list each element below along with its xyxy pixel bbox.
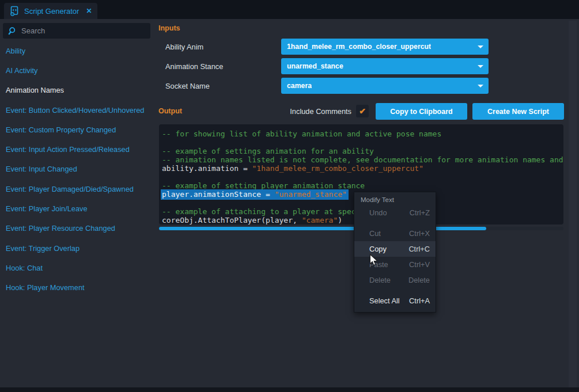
sidebar-item[interactable]: Event: Input Action Pressed/Released bbox=[0, 139, 154, 159]
sidebar-item[interactable]: Hook: Player Movement bbox=[0, 278, 154, 298]
copy-to-clipboard-button[interactable]: Copy to Clipboard bbox=[376, 103, 467, 120]
sidebar-item[interactable]: Ability bbox=[0, 41, 154, 60]
sidebar-item[interactable]: Event: Trigger Overlap bbox=[0, 238, 154, 258]
mouse-cursor bbox=[369, 254, 379, 269]
ability-anim-value: 1hand_melee_rm_combo_closer_uppercut bbox=[287, 43, 431, 51]
code-line: -- example of settings animation for an … bbox=[162, 147, 563, 155]
code-line: ability.animation = "1hand_melee_rm_comb… bbox=[162, 164, 563, 173]
menu-item-shortcut: Delete bbox=[408, 276, 430, 284]
sidebar-item[interactable]: Event: Player Resource Changed bbox=[0, 219, 154, 238]
output-header: Output bbox=[158, 107, 182, 115]
sidebar-item[interactable]: Hook: Chat bbox=[0, 258, 154, 277]
bottom-bar bbox=[0, 387, 579, 392]
search-box[interactable] bbox=[3, 23, 150, 39]
code-line bbox=[162, 138, 563, 147]
context-menu-item-cut: CutCtrl+X bbox=[354, 226, 436, 241]
include-comments-checkbox[interactable]: ✔ bbox=[356, 105, 369, 117]
text-selection: player.animationStance = "unarmed_stance… bbox=[161, 189, 349, 200]
context-menu-title: Modify Text bbox=[354, 195, 436, 205]
menu-item-label: Undo bbox=[369, 208, 387, 217]
menu-item-label: Cut bbox=[369, 229, 381, 238]
code-line: -- example of setting player animation s… bbox=[162, 181, 563, 190]
tab-close-icon[interactable]: ✕ bbox=[86, 7, 92, 15]
check-icon: ✔ bbox=[359, 106, 366, 116]
socket-name-label: Socket Name bbox=[165, 78, 210, 94]
chevron-down-icon bbox=[478, 65, 483, 68]
horizontal-scrollbar-thumb[interactable] bbox=[159, 227, 486, 230]
tab-title: Script Generator bbox=[24, 7, 79, 16]
sidebar-item[interactable]: Event: Input Changed bbox=[0, 159, 154, 179]
context-menu: Modify Text UndoCtrl+ZCutCtrl+XCopyCtrl+… bbox=[354, 192, 436, 313]
animation-stance-label: Animation Stance bbox=[165, 58, 223, 74]
search-icon bbox=[8, 26, 17, 36]
animation-stance-dropdown[interactable]: unarmed_stance bbox=[281, 58, 489, 74]
menu-item-shortcut: Ctrl+V bbox=[409, 260, 430, 269]
context-menu-item-copy[interactable]: CopyCtrl+C bbox=[354, 241, 436, 257]
include-comments-label: Include Comments bbox=[248, 105, 351, 117]
sidebar-item[interactable]: Animation Names bbox=[0, 81, 154, 100]
sidebar-item[interactable]: Event: Player Damaged/Died/Spawned bbox=[0, 179, 154, 199]
script-generator-window: Script Generator ✕ AbilityAI ActivityAni… bbox=[0, 0, 579, 392]
chevron-down-icon bbox=[478, 85, 483, 87]
sidebar-item[interactable]: Event: Custom Property Changed bbox=[0, 120, 154, 139]
create-new-script-button[interactable]: Create New Script bbox=[472, 103, 564, 120]
sidebar-item[interactable]: Event: Player Join/Leave bbox=[0, 199, 154, 218]
menu-item-shortcut: Ctrl+C bbox=[408, 245, 430, 253]
ability-anim-dropdown[interactable]: 1hand_melee_rm_combo_closer_uppercut bbox=[281, 39, 489, 55]
sidebar-item[interactable]: Event: Button Clicked/Hovered/Unhovered bbox=[0, 100, 154, 120]
menu-item-label: Copy bbox=[369, 245, 387, 253]
menu-item-shortcut: Ctrl+A bbox=[409, 296, 430, 305]
chevron-down-icon bbox=[478, 45, 483, 48]
menu-item-label: Delete bbox=[369, 276, 391, 284]
tab-script-generator[interactable]: Script Generator ✕ bbox=[4, 3, 97, 19]
inputs-header: Inputs bbox=[158, 24, 180, 32]
code-line bbox=[162, 173, 563, 181]
context-menu-item-undo: UndoCtrl+Z bbox=[354, 205, 436, 220]
context-menu-item-delete: DeleteDelete bbox=[354, 272, 436, 288]
menu-item-shortcut: Ctrl+X bbox=[409, 229, 430, 238]
menu-item-shortcut: Ctrl+Z bbox=[410, 208, 430, 217]
ability-anim-label: Ability Anim bbox=[165, 39, 203, 55]
socket-name-dropdown[interactable]: camera bbox=[281, 78, 489, 94]
code-line: -- for showing list of ability animation… bbox=[162, 130, 563, 138]
animation-stance-value: unarmed_stance bbox=[287, 62, 343, 70]
code-line: -- animation names listed is not complet… bbox=[162, 155, 563, 164]
sidebar-item[interactable]: AI Activity bbox=[0, 60, 154, 80]
socket-name-value: camera bbox=[287, 82, 312, 90]
context-menu-item-select-all[interactable]: Select AllCtrl+A bbox=[354, 293, 436, 309]
sidebar-nav: AbilityAI ActivityAnimation NamesEvent: … bbox=[0, 41, 154, 298]
tab-bar: Script Generator ✕ bbox=[0, 0, 579, 19]
script-gear-icon bbox=[9, 6, 20, 17]
search-input[interactable] bbox=[21, 26, 137, 35]
context-menu-item-paste: PasteCtrl+V bbox=[354, 257, 436, 272]
menu-item-label: Select All bbox=[369, 296, 400, 305]
vertical-scrollbar[interactable] bbox=[569, 21, 577, 387]
